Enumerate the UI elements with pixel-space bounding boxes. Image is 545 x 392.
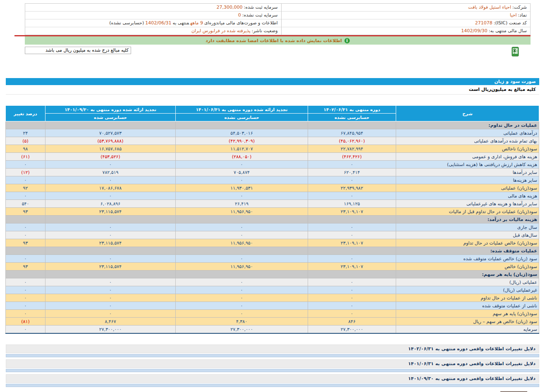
row-label: هزینه مالیات بر درآمد: [396,216,539,223]
cell-value [176,271,308,278]
cell-percent-change: ۹۸ [6,145,45,153]
cell-value: ۰ [45,294,176,302]
table-row: هزینه های مالی۰۰۰۰ [6,192,539,200]
cell-value [308,216,396,223]
table-row: سود(زیان) عملیاتی۲۲,۹۳۹,۹۸۲۱۱,۹۳۰,۵۳۱۱۷,… [6,184,539,192]
cell-value [308,121,396,129]
table-row: سال جاری۰۰۰۰ [6,223,539,231]
cell-percent-change: ۰ [6,302,45,310]
report-period-row: اطلاعات و صورت‌های مالی میاندوره‌ای9 ماه… [25,19,281,27]
accordion-header[interactable]: دلایل تغییرات اطلاعات واقعی دوره منتهی ب… [6,344,539,353]
banner-text: اطلاعات نمایش داده شده با اطلاعات امضا ش… [206,38,342,43]
cell-value: ۰ [176,278,308,286]
cell-value: ۰ [308,192,396,200]
cell-value: ۷۰۵,۸۷۴ [176,169,308,176]
accordion-header[interactable]: دلایل تغییرات اطلاعات واقعی دوره منتهی ب… [6,374,539,383]
cell-percent-change: ۰ [6,192,45,200]
table-row: سایر هزینه‌ها۰۰۰۰ [6,176,539,184]
info-label: منتهی به [173,20,189,26]
cell-value: ۰ [176,286,308,294]
cell-value: ۷۸۲,۵۱۹ [45,169,176,176]
cell-percent-change: ۰ [6,286,45,294]
info-value: پذیرفته شده در فرابورس ایران [190,28,252,33]
cell-value: ۶,۰۲۸,۸۹۶ [45,200,176,208]
info-value: 1402/06/31 [144,20,172,26]
cell-value: ۶۷,۸۴۵,۹۵۴ [308,129,396,137]
isic-code-row: کد صنعت (ISIC):271078 [282,19,530,27]
cell-value: ۷۰,۵۲۷,۵۷۳ [45,129,176,137]
col-header-percent-change: درصد تغییر [6,106,45,121]
cell-value: ۰ [176,255,308,263]
cell-value: ۰ [45,231,176,239]
cell-value: ۲۲,۷۸۲,۹۹۴ [308,145,396,153]
info-icon: i [344,38,350,43]
cell-value: ۴,۳۸۰ [176,318,308,325]
info-label: (حسابرسی نشده) [109,20,144,26]
cell-value [176,216,308,223]
cell-value: ۲۳,۱۰۹,۱۰۷ [308,263,396,271]
accordion-header[interactable]: دلایل تغییرات اطلاعات واقعی دوره منتهی ب… [6,359,539,368]
row-label: بهای تمام شده درآمدهای عملیاتی [396,137,539,145]
table-row: سود (زیان) خالص هر سهم – ریال۸۴۶۴,۳۸۰۸,۴… [6,318,539,325]
cell-value [45,121,176,129]
cell-value: ۲۳,۱۰۹,۱۰۷ [308,208,396,216]
info-label: وضعیت ناشر: [252,28,278,33]
excel-export-icon[interactable] [512,47,519,57]
cell-value: (۲۸۸,۰۵۰) [176,153,308,161]
cell-percent-change: ۵۴۰ [6,200,45,208]
table-group-row: هزینه مالیات بر درآمد: [6,216,539,223]
cell-value: ۰ [308,294,396,302]
unregistered-capital-row: سرمایه ثبت نشده:0 [25,12,281,19]
unit-note-box: کلیه مبالغ درج شده به میلیون ریال می باش… [25,47,131,54]
income-statement-table: شرح دوره منتهی به ۱۴۰۲/۰۶/۳۱ تجدید ارائه… [5,105,539,334]
info-label: شرکت: [512,5,527,10]
cell-value: ۲۷,۳۰۰,۰۰۰ [176,325,308,334]
row-label: سایر هزینه‌ها [396,176,539,184]
cell-value [308,271,396,278]
row-label: عملیات در حال تداوم: [396,121,539,129]
company-info-table: شرکت:احیاء استیل فولاد بافت نماد:احیا کد… [25,3,531,35]
table-group-row: عملیات متوقف شده: [6,247,539,255]
cell-value: (۵۳,۷۶۹,۸۸۸) [45,137,176,145]
cell-value: ۰ [45,310,176,318]
cell-value: ۰ [308,223,396,231]
row-label: سود(زیان) پایه هر سهم [396,310,539,318]
row-label: سرمایه [396,325,539,334]
cell-value: ۱۱,۵۱۲,۷۰۷ [176,145,308,153]
cell-value: ۱۶,۷۵۷,۶۸۵ [45,145,176,153]
table-row: عملیاتی (ریال)۰۰۰۰ [6,278,539,286]
cell-value: ۱۱,۹۵۶,۹۵۰ [176,263,308,271]
cell-value: ۰ [45,286,176,294]
company-info-right-column: شرکت:احیاء استیل فولاد بافت نماد:احیا کد… [281,4,530,35]
cell-percent-change: ۲۴ [6,129,45,137]
cell-percent-change: ۰ [6,255,45,263]
row-label: سال جاری [396,223,539,231]
issuer-status-row: وضعیت ناشر:پذیرفته شده در فرابورس ایران [25,27,281,35]
table-row: سود(زیان) خالص۲۳,۱۰۹,۱۰۷۱۱,۹۵۶,۹۵۰۲۳,۱۱۵… [6,263,539,271]
cell-percent-change: (۱۲) [6,169,45,176]
cell-value: ۰ [308,255,396,263]
fiscal-year-row: سال مالی منتهی به:1402/09/30 [282,27,530,35]
row-label: سود (زیان) خالص هر سهم – ریال [396,318,539,325]
cell-value: ۰ [176,294,308,302]
cell-value: ۰ [176,231,308,239]
cell-percent-change: ۰ [6,294,45,302]
cell-value: ۲۲,۹۳۹,۹۸۲ [308,184,396,192]
cell-value: ۸۴۶ [308,318,396,325]
cell-value: ۰ [308,310,396,318]
company-name-row: شرکت:احیاء استیل فولاد بافت [282,4,530,12]
cell-value: (۴۵۳,۵۲۶) [45,153,176,161]
section-title-bar: صورت سود و زیان [6,78,539,85]
cell-value: (۴۵,۰۶۲,۹۶۰) [308,137,396,145]
info-label: نماد: [518,12,527,18]
cell-percent-change: ۹۲ [6,184,45,192]
row-label: سود(زیان) خالص عملیات در حال تداوم [396,239,539,247]
row-label: عملیاتی (ریال) [396,278,539,286]
row-label: ناشی از عملیات در حال تداوم [396,294,539,302]
table-row: سرمایه۲۷,۳۰۰,۰۰۰۲۷,۳۰۰,۰۰۰۲۷,۳۰۰,۰۰۰۰ [6,325,539,334]
cell-value: ۸,۴۶۷ [45,318,176,325]
cell-percent-change: ۰ [6,223,45,231]
row-label: سود (زیان) خالص عملیات متوقف شده [396,255,539,263]
cell-percent-change: ۹۳ [6,263,45,271]
cell-value: ۲۶,۴۱۹ [176,200,308,208]
